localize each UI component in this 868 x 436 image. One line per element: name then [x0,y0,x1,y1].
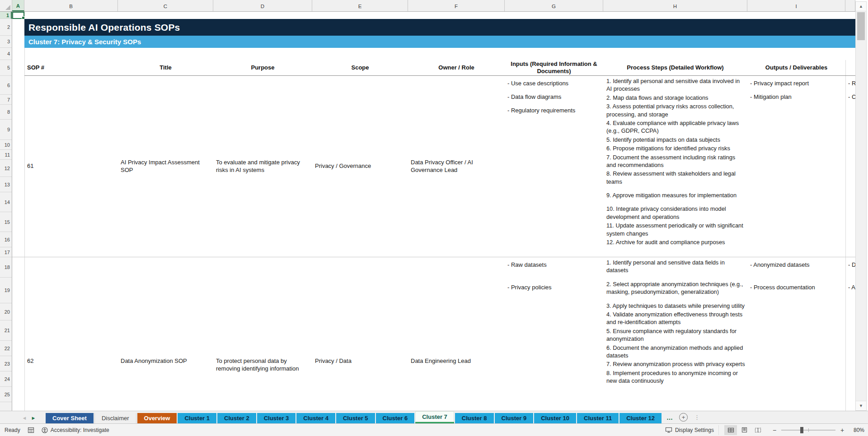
column-header-D[interactable]: D [213,0,312,11]
sheet-tab-cluster-7[interactable]: Cluster 7 [415,411,454,423]
cell-purpose[interactable]: To evaluate and mitigate privacy risks i… [213,76,312,257]
cell-process-steps[interactable]: 1. Identify all personal and sensitive d… [603,76,747,257]
row-header-4[interactable]: 4 [0,48,12,60]
zoom-in-button[interactable]: + [839,427,845,434]
row-header-2[interactable]: 2 [0,19,12,36]
display-settings-label: Display Settings [675,427,714,433]
row-header-13[interactable]: 13 [0,177,12,192]
sheet-tab-cluster-11[interactable]: Cluster 11 [577,413,619,423]
zoom-slider-thumb[interactable] [800,427,803,433]
zoom-slider[interactable] [781,430,835,431]
cell-outputs[interactable]: - Privacy impact report- Mitigation plan [747,76,845,257]
sheet-tab-overview[interactable]: Overview [137,413,177,423]
cell-purpose[interactable]: To protect personal data by removing ide… [213,257,312,410]
sheet-tab-cluster-2[interactable]: Cluster 2 [217,413,256,423]
column-header-A[interactable]: A [12,0,24,11]
cell-next-column-clipped[interactable]: - Ri- Co [845,76,855,257]
column-header-clipped[interactable] [845,0,855,11]
tab-scroll-right-icon[interactable]: ► [29,413,38,423]
row-header-24[interactable]: 24 [0,371,12,387]
cell-process-steps[interactable]: 1. Identify personal and sensitive data … [603,257,747,410]
sop-number-text: 62 [27,357,115,365]
zoom-slider-center-tick [808,428,809,432]
cell-inputs[interactable]: - Use case descriptions- Data flow diagr… [505,76,603,257]
sheet-tab-cluster-5[interactable]: Cluster 5 [336,413,375,423]
display-settings-button[interactable]: Display Settings [665,427,714,433]
sheet-tab-cluster-10[interactable]: Cluster 10 [534,413,576,423]
cell-sop-number[interactable]: 62 [24,257,118,410]
row-header-3[interactable]: 3 [0,36,12,48]
accessibility-status[interactable]: Accessibility: Investigate [42,427,109,433]
row-header-9[interactable]: 9 [0,120,12,140]
scroll-down-icon[interactable]: ▼ [856,401,866,410]
more-tabs-icon[interactable]: … [666,414,673,421]
row-header-23[interactable]: 23 [0,356,12,371]
column-header-C[interactable]: C [118,0,213,11]
row-header-5[interactable]: 5 [0,60,12,76]
column-header-H[interactable]: H [603,0,747,11]
row-header-15[interactable]: 15 [0,212,12,232]
sheet-tab-cluster-3[interactable]: Cluster 3 [257,413,296,423]
vertical-scrollbar[interactable]: ▲ ▼ [855,1,867,411]
cell-outputs[interactable]: - Anonymized datasets- Process documenta… [747,257,845,410]
row-header-7[interactable]: 7 [0,95,12,105]
macro-record-icon[interactable] [28,427,34,433]
row-header-20[interactable]: 20 [0,303,12,320]
row-header-25[interactable]: 25 [0,387,12,402]
sheet-tab-disclaimer[interactable]: Disclaimer [94,413,136,423]
process-step: 4. Validate anonymization effectiveness … [606,311,746,326]
row-header-19[interactable]: 19 [0,278,12,303]
cell-sop-number[interactable]: 61 [24,76,118,257]
active-cell-a1-selection[interactable] [12,12,24,19]
scroll-up-icon[interactable]: ▲ [856,2,866,11]
column-header-E[interactable]: E [312,0,408,11]
page-break-preview-button[interactable] [751,425,764,435]
row-header-22[interactable]: 22 [0,341,12,356]
row-header-21[interactable]: 21 [0,320,12,341]
row-header-16[interactable]: 16 [0,232,12,247]
column-header-F[interactable]: F [408,0,505,11]
cell-scope[interactable]: Privacy / Governance [312,76,408,257]
row-header-18[interactable]: 18 [0,257,12,278]
column-header-I[interactable]: I [747,0,845,11]
sheet-tab-cluster-6[interactable]: Cluster 6 [376,413,415,423]
new-sheet-button[interactable]: + [679,413,688,422]
row-header-6[interactable]: 6 [0,76,12,95]
row-header-17[interactable]: 17 [0,247,12,257]
row-header-11[interactable]: 11 [0,150,12,160]
vertical-scroll-thumb[interactable] [857,12,865,40]
cell-inputs[interactable]: - Raw datasets- Privacy policies [505,257,603,410]
tab-scroll-left-icon[interactable]: ◄ [20,413,29,423]
cell-next-column-clipped[interactable]: - Da- Ar [845,257,855,410]
column-header-G[interactable]: G [505,0,603,11]
row-header-8[interactable]: 8 [0,105,12,120]
row-header-10[interactable]: 10 [0,140,12,150]
zoom-out-button[interactable]: − [771,427,778,434]
cell-owner[interactable]: Data Engineering Lead [408,257,505,410]
normal-view-button[interactable] [724,425,737,435]
row-header-14[interactable]: 14 [0,192,12,212]
cell-owner[interactable]: Data Privacy Officer / AI Governance Lea… [408,76,505,257]
cell-title[interactable]: Data Anonymization SOP [118,257,213,410]
sop-row-61: 61 AI Privacy Impact Assessment SOP To e… [12,76,855,257]
sheet-tab-cluster-4[interactable]: Cluster 4 [296,413,335,423]
input-item: - Data flow diagrams [507,93,601,101]
row-header-12[interactable]: 12 [0,160,12,177]
zoom-level[interactable]: 80% [849,427,864,433]
cell-scope[interactable]: Privacy / Data [312,257,408,410]
worksheet-area[interactable]: Responsible AI Operations SOPs Cluster 7… [12,12,855,411]
process-step: 2. Map data flows and storage locations [606,94,746,102]
column-header-B[interactable]: B [24,0,118,11]
header-inputs: Inputs (Required Information & Documents… [505,60,603,75]
sheet-tab-cluster-9[interactable]: Cluster 9 [495,413,534,423]
sheet-tab-cluster-12[interactable]: Cluster 12 [619,413,662,423]
row-header-1[interactable]: 1 [0,12,12,19]
output-item: - Privacy impact report [750,79,843,87]
cell-title[interactable]: AI Privacy Impact Assessment SOP [118,76,213,257]
sheet-tab-cover-sheet[interactable]: Cover Sheet [46,413,94,423]
cluster-subtitle-text: Cluster 7: Privacy & Security SOPs [28,38,141,46]
select-all-corner[interactable] [0,0,12,11]
page-layout-view-button[interactable] [738,425,751,435]
sheet-tab-cluster-1[interactable]: Cluster 1 [178,413,216,423]
sheet-tab-cluster-8[interactable]: Cluster 8 [455,413,494,423]
